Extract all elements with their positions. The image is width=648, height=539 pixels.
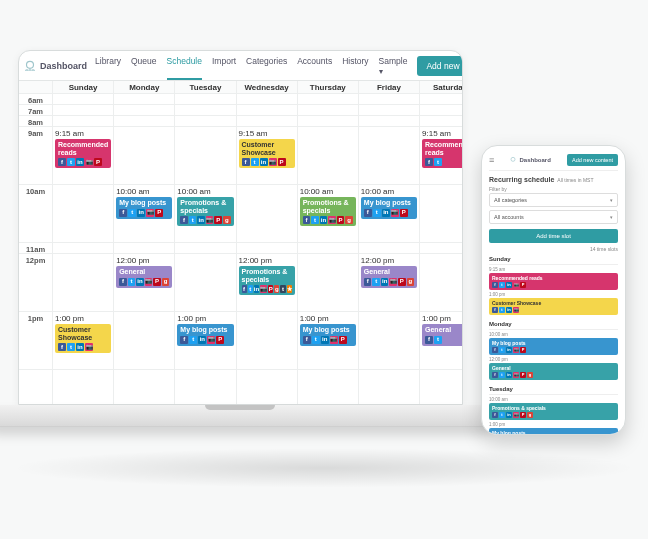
- cell-sunday-8am[interactable]: [53, 116, 113, 127]
- cell-wednesday-9am[interactable]: 9:15 amCustomer Showcaseftin📷P: [237, 127, 297, 185]
- nav-sample[interactable]: Sample: [379, 52, 408, 80]
- day-col-saturday: Saturday9:15 amRecommended readsft1:00 p…: [420, 81, 462, 404]
- phone-event-card[interactable]: Promotions & specialsftin📷Pg: [489, 403, 618, 420]
- cell-saturday-11am[interactable]: [420, 243, 462, 254]
- cell-monday-8am[interactable]: [114, 116, 174, 127]
- cell-tuesday-9am[interactable]: [175, 127, 235, 185]
- cell-friday-9am[interactable]: [359, 127, 419, 185]
- cell-monday-9am[interactable]: [114, 127, 174, 185]
- cell-saturday-8am[interactable]: [420, 116, 462, 127]
- event-card[interactable]: My blog postsftin📷P: [300, 324, 356, 346]
- phone-event-card[interactable]: My blog postsftin📷P: [489, 338, 618, 355]
- event-card[interactable]: Recommended readsft: [422, 139, 462, 168]
- cell-wednesday-7am[interactable]: [237, 105, 297, 116]
- nav-categories[interactable]: Categories: [246, 52, 287, 80]
- cell-monday-10am[interactable]: 10:00 amMy blog postsftin📷P: [114, 185, 174, 243]
- cell-saturday-6am[interactable]: [420, 94, 462, 105]
- cell-sunday-9am[interactable]: 9:15 amRecommended readsftin📷P: [53, 127, 113, 185]
- cell-wednesday-8am[interactable]: [237, 116, 297, 127]
- nav-import[interactable]: Import: [212, 52, 236, 80]
- cell-thursday-9am[interactable]: [298, 127, 358, 185]
- cell-thursday-11am[interactable]: [298, 243, 358, 254]
- add-timeslot-button[interactable]: Add time slot: [489, 229, 618, 243]
- filter-accounts[interactable]: All accounts: [489, 210, 618, 224]
- event-card[interactable]: My blog postsftin📷P: [116, 197, 172, 219]
- cell-tuesday-12pm[interactable]: [175, 254, 235, 312]
- cell-thursday-1pm[interactable]: 1:00 pmMy blog postsftin📷P: [298, 312, 358, 370]
- cell-friday-12pm[interactable]: 12:00 pmGeneralftin📷Pg: [359, 254, 419, 312]
- cell-sunday-11am[interactable]: [53, 243, 113, 254]
- event-card[interactable]: Generalft: [422, 324, 462, 346]
- li-icon: in: [382, 209, 390, 217]
- cell-thursday-8am[interactable]: [298, 116, 358, 127]
- cell-tuesday-8am[interactable]: [175, 116, 235, 127]
- cell-saturday-12pm[interactable]: [420, 254, 462, 312]
- brand-logo[interactable]: Dashboard: [23, 59, 87, 73]
- filter-categories[interactable]: All categories: [489, 193, 618, 207]
- cell-wednesday-12pm[interactable]: 12:00 pmPromotions & specialsftin📷Pgt★: [237, 254, 297, 312]
- cell-saturday-9am[interactable]: 9:15 amRecommended readsft: [420, 127, 462, 185]
- cell-sunday-6am[interactable]: [53, 94, 113, 105]
- phone-event-time: 10:00 am: [489, 332, 618, 337]
- event-card[interactable]: Customer Showcaseftin📷P: [239, 139, 295, 168]
- nav-library[interactable]: Library: [95, 52, 121, 80]
- cell-wednesday-11am[interactable]: [237, 243, 297, 254]
- cell-wednesday-10am[interactable]: [237, 185, 297, 243]
- cell-thursday-12pm[interactable]: [298, 254, 358, 312]
- cell-saturday-7am[interactable]: [420, 105, 462, 116]
- cell-monday-7am[interactable]: [114, 105, 174, 116]
- ig-icon: 📷: [85, 343, 93, 351]
- cell-monday-6am[interactable]: [114, 94, 174, 105]
- cell-tuesday-6am[interactable]: [175, 94, 235, 105]
- menu-icon[interactable]: ≡: [489, 158, 493, 162]
- cell-monday-1pm[interactable]: [114, 312, 174, 370]
- event-card[interactable]: Promotions & specialsftin📷Pg: [300, 197, 356, 226]
- nav-schedule[interactable]: Schedule: [167, 52, 202, 80]
- cell-tuesday-1pm[interactable]: 1:00 pmMy blog postsftin📷P: [175, 312, 235, 370]
- cell-sunday-1pm[interactable]: 1:00 pmCustomer Showcaseftin📷: [53, 312, 113, 370]
- phone-event-card[interactable]: My blog postsftin📷P: [489, 428, 618, 435]
- cell-friday-8am[interactable]: [359, 116, 419, 127]
- cell-sunday-12pm[interactable]: [53, 254, 113, 312]
- cell-friday-10am[interactable]: 10:00 amMy blog postsftin📷P: [359, 185, 419, 243]
- phone-event-time: 10:00 am: [489, 397, 618, 402]
- cell-sunday-10am[interactable]: [53, 185, 113, 243]
- cell-friday-7am[interactable]: [359, 105, 419, 116]
- event-card[interactable]: Customer Showcaseftin📷: [55, 324, 111, 353]
- cell-tuesday-10am[interactable]: 10:00 amPromotions & specialsftin📷Pg: [175, 185, 235, 243]
- cell-tuesday-7am[interactable]: [175, 105, 235, 116]
- event-card[interactable]: Recommended readsftin📷P: [55, 139, 111, 168]
- cell-thursday-6am[interactable]: [298, 94, 358, 105]
- phone-add-content-button[interactable]: Add new content: [567, 154, 618, 166]
- event-card[interactable]: My blog postsftin📷P: [177, 324, 233, 346]
- event-time: 1:00 pm: [55, 314, 84, 323]
- nav-queue[interactable]: Queue: [131, 52, 157, 80]
- cell-tuesday-11am[interactable]: [175, 243, 235, 254]
- phone-day-list: Sunday9:15 amRecommended readsftin📷P1:00…: [489, 254, 618, 435]
- event-card[interactable]: My blog postsftin📷P: [361, 197, 417, 219]
- nav-accounts[interactable]: Accounts: [297, 52, 332, 80]
- phone-event-card[interactable]: Customer Showcaseftin📷: [489, 298, 618, 315]
- phone-brand[interactable]: Dashboard: [509, 156, 550, 164]
- cell-saturday-1pm[interactable]: 1:00 pmGeneralft: [420, 312, 462, 370]
- event-card[interactable]: Generalftin📷Pg: [361, 266, 417, 288]
- event-time: 12:00 pm: [361, 256, 394, 265]
- cell-friday-6am[interactable]: [359, 94, 419, 105]
- cell-monday-11am[interactable]: [114, 243, 174, 254]
- event-card[interactable]: Generalftin📷Pg: [116, 266, 172, 288]
- add-content-button[interactable]: Add new content: [417, 56, 463, 76]
- cell-wednesday-6am[interactable]: [237, 94, 297, 105]
- event-card[interactable]: Promotions & specialsftin📷Pg: [177, 197, 233, 226]
- cell-thursday-7am[interactable]: [298, 105, 358, 116]
- event-card[interactable]: Promotions & specialsftin📷Pgt★: [239, 266, 295, 295]
- cell-friday-11am[interactable]: [359, 243, 419, 254]
- cell-thursday-10am[interactable]: 10:00 amPromotions & specialsftin📷Pg: [298, 185, 358, 243]
- phone-event-card[interactable]: Generalftin📷Pg: [489, 363, 618, 380]
- cell-wednesday-1pm[interactable]: [237, 312, 297, 370]
- cell-friday-1pm[interactable]: [359, 312, 419, 370]
- nav-history[interactable]: History: [342, 52, 368, 80]
- phone-event-card[interactable]: Recommended readsftin📷P: [489, 273, 618, 290]
- cell-monday-12pm[interactable]: 12:00 pmGeneralftin📷Pg: [114, 254, 174, 312]
- cell-saturday-10am[interactable]: [420, 185, 462, 243]
- cell-sunday-7am[interactable]: [53, 105, 113, 116]
